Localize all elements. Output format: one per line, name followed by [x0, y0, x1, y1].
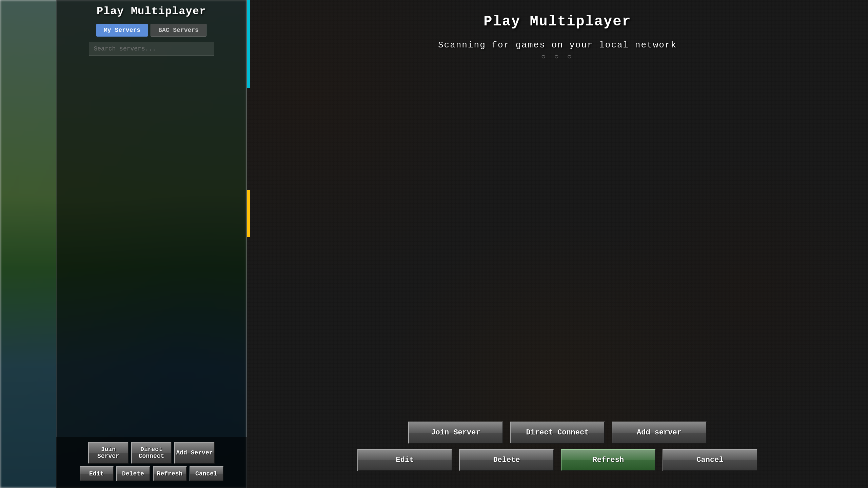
direct-connect-right-button[interactable]: Direct Connect [510, 422, 605, 444]
refresh-left-button[interactable]: Refresh [153, 466, 187, 481]
search-input[interactable] [89, 42, 214, 56]
left-dialog: Play Multiplayer My Servers BAC Servers [56, 0, 247, 488]
tabs-row: My Servers BAC Servers [96, 24, 206, 37]
direct-connect-left-button[interactable]: Direct Connect [131, 442, 172, 464]
delete-left-button[interactable]: Delete [116, 466, 150, 481]
join-server-left-button[interactable]: Join Server [88, 442, 129, 464]
scanning-dots: ○ ○ ○ [541, 53, 574, 61]
cancel-left-button[interactable]: Cancel [190, 466, 223, 481]
cancel-right-button[interactable]: Cancel [663, 449, 757, 471]
tab-bac-servers[interactable]: BAC Servers [151, 24, 206, 37]
add-server-right-button[interactable]: Add server [612, 422, 707, 444]
edit-right-button[interactable]: Edit [357, 449, 452, 471]
right-panel: Play Multiplayer Scanning for games on y… [247, 0, 868, 488]
join-server-right-button[interactable]: Join Server [408, 422, 503, 444]
scanning-text: Scanning for games on your local network [438, 40, 677, 50]
bottom-buttons-right: Join Server Direct Connect Add server Ed… [247, 411, 868, 488]
server-list-left [89, 59, 214, 485]
btn-row-1-right: Join Server Direct Connect Add server [408, 422, 707, 444]
tab-my-servers[interactable]: My Servers [96, 24, 148, 37]
left-dialog-title: Play Multiplayer [97, 5, 206, 18]
right-dialog-title: Play Multiplayer [484, 14, 631, 30]
edit-left-button[interactable]: Edit [80, 466, 114, 481]
add-server-left-button[interactable]: Add Server [174, 442, 215, 464]
delete-right-button[interactable]: Delete [459, 449, 554, 471]
btn-row-2-left: Edit Delete Refresh Cancel [88, 466, 215, 481]
btn-row-1-left: Join Server Direct Connect Add Server [88, 442, 215, 464]
btn-row-2-right: Edit Delete Refresh Cancel [357, 449, 757, 471]
left-panel: Play Multiplayer My Servers BAC Servers … [0, 0, 247, 488]
bottom-buttons-left: Join Server Direct Connect Add Server Ed… [56, 437, 247, 488]
refresh-right-button[interactable]: Refresh [561, 449, 656, 471]
